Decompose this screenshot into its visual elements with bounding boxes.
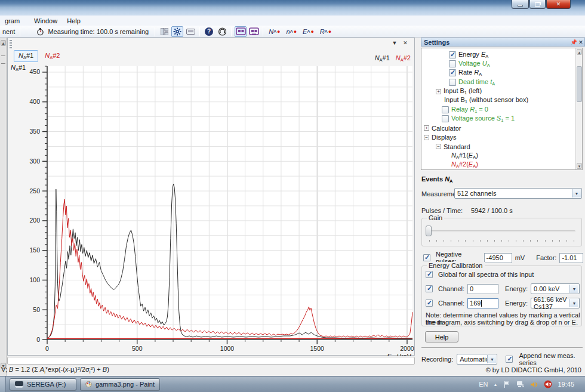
layout-grid-button[interactable] (158, 26, 170, 37)
checkbox[interactable] (449, 79, 456, 86)
negative-pulses-checkbox[interactable] (423, 254, 430, 261)
settings-panel: Settings 📌 ✕ Energy EAVoltage UARate RAD… (418, 38, 585, 376)
tree-item-calculator[interactable]: +Calculator (421, 124, 582, 132)
gain-slider-track[interactable] (428, 230, 575, 232)
muted-speaker-icon[interactable] (544, 380, 552, 388)
tree-item-na2-display[interactable]: NA#2(EA) (421, 160, 582, 169)
tree-item-voltage-source[interactable]: Voltage source S1 = 1 (421, 115, 582, 124)
append-checkbox[interactable] (506, 356, 513, 363)
tree-item-rate[interactable]: Rate RA (421, 69, 582, 78)
tree-item-standard[interactable]: −Standard (421, 142, 582, 151)
spectrum-chart[interactable]: 0501001502002503003504004500500100015002… (8, 38, 415, 356)
scroll-up-icon[interactable]: ▲ (577, 49, 582, 55)
splitter-grip[interactable] (1, 55, 5, 64)
collapse-icon[interactable]: − (424, 135, 429, 140)
settings-gear-button[interactable] (171, 26, 183, 37)
energy2-dropdown[interactable]: 661.66 keV Cs137▼ (531, 298, 580, 308)
cassy-module-1-button[interactable] (235, 26, 247, 37)
taskbar: SEREGA (F:) gamma3.png - Paint EN ▲ 19:4… (0, 376, 585, 392)
tray-expand-icon[interactable]: ▲ (494, 382, 498, 387)
channel2-checkbox[interactable] (426, 300, 433, 307)
close-button[interactable]: ✕ (546, 0, 571, 9)
language-indicator[interactable]: EN (479, 381, 488, 388)
tree-item-energy[interactable]: Energy EA (421, 50, 582, 59)
quantity-na-button[interactable]: NA● (266, 26, 282, 37)
collapse-icon[interactable]: − (436, 144, 441, 149)
display-settings-button[interactable] (184, 26, 196, 37)
checkbox[interactable] (449, 69, 456, 76)
quantity-ea-button[interactable]: EA● (300, 26, 316, 37)
comment-field-fragment[interactable]: nent (0, 28, 17, 35)
svg-text:200: 200 (29, 217, 40, 224)
settings-close-icon[interactable]: ✕ (577, 39, 584, 45)
question-icon: ? (205, 27, 213, 36)
settings-tree: Energy EAVoltage UARate RADead time tA+I… (421, 48, 583, 170)
audio-support-button[interactable] (216, 26, 228, 37)
tree-item-label: Voltage source S1 = 1 (451, 115, 515, 123)
toolbar: nent Measuring time: 100.0 s remaining ?… (0, 26, 585, 38)
tree-item-relay[interactable]: Relay R1 = 0 (421, 105, 582, 114)
help-button-toolbar[interactable]: ? (203, 26, 215, 37)
channel1-input[interactable]: 0 (467, 284, 498, 294)
clock[interactable]: 19:45 (558, 381, 574, 388)
chevron-down-icon: ▼ (572, 189, 581, 197)
checkbox[interactable] (449, 51, 456, 58)
expand-icon[interactable]: + (436, 89, 441, 94)
recording-label: Recording: (421, 356, 453, 363)
pulses-value: 5942 / 100.0 s (471, 207, 513, 214)
cassy-module-icon (249, 27, 259, 35)
cassy-module-2-button[interactable] (248, 26, 260, 37)
checkbox[interactable] (442, 115, 449, 122)
scroll-up-icon[interactable]: ▲ (1, 40, 6, 46)
pin-icon[interactable]: 📌 (570, 39, 577, 45)
copyright-text: © by LD DIDACTIC GmbH, 2010 (486, 366, 581, 374)
menu-item-window[interactable]: Window (29, 17, 62, 24)
minimize-button[interactable] (512, 0, 529, 9)
negative-pulses-input[interactable]: -4950 (484, 253, 512, 263)
menu-bar: gram Window Help (0, 16, 585, 26)
factor-input[interactable]: -1.01 (559, 253, 583, 263)
volume-mixer-icon[interactable] (530, 380, 538, 388)
energy1-dropdown[interactable]: 0.00 keV▼ (531, 283, 580, 294)
gain-slider-thumb[interactable] (426, 226, 432, 236)
checkbox[interactable] (442, 106, 449, 113)
scrollbar-thumb[interactable] (577, 66, 582, 102)
settings-header: Settings 📌 ✕ (421, 38, 585, 47)
toolbar-separator (155, 27, 155, 36)
gain-group: Gain (421, 218, 582, 246)
window-titlebar: ✕ (0, 0, 585, 16)
tree-item-displays[interactable]: −Displays (421, 133, 582, 142)
scroll-down-icon[interactable]: ▼ (577, 163, 582, 169)
tree-item-voltage[interactable]: Voltage UA (421, 59, 582, 68)
network-icon[interactable] (516, 380, 525, 388)
checkbox[interactable] (449, 60, 456, 67)
tree-item-input-b1-left[interactable]: +Input B1 (left) (421, 87, 582, 96)
help-button[interactable]: Help (425, 331, 458, 342)
svg-text:0: 0 (36, 336, 40, 343)
menu-item-help[interactable]: Help (62, 17, 85, 24)
status-field (7, 357, 415, 365)
quantity-na2-button[interactable]: nA● (284, 26, 300, 37)
quantity-ra-button[interactable]: RA● (318, 26, 334, 37)
tree-item-input-b1-nosensor[interactable]: Input B1 (without sensor box) (421, 96, 582, 105)
recording-dropdown[interactable]: Automatic▼ (457, 354, 497, 365)
taskbar-item-label: gamma3.png - Paint (96, 381, 155, 388)
tree-item-label: Input B1 (without sensor box) (444, 96, 528, 104)
layout-grid-icon (161, 28, 168, 35)
toolbar-separator (231, 27, 232, 36)
menu-item-diagram[interactable]: gram (0, 17, 24, 24)
expand-icon[interactable]: + (424, 125, 429, 131)
global-calibration-checkbox[interactable] (426, 271, 433, 278)
measurement-dropdown[interactable]: 512 channels ▼ (454, 188, 582, 199)
channel2-input[interactable]: 169 (467, 298, 498, 308)
restore-button[interactable] (529, 0, 546, 9)
channel1-checkbox[interactable] (426, 285, 433, 292)
tree-item-dead-time[interactable]: Dead time tA (421, 78, 582, 87)
taskbar-item-serega[interactable]: SEREGA (F:) (10, 378, 76, 391)
tree-item-na1-display[interactable]: NA#1(EA) (421, 151, 582, 160)
tree-item-label: Voltage UA (458, 60, 490, 68)
tree-scrollbar[interactable]: ▲ ▼ (575, 48, 582, 169)
taskbar-item-paint[interactable]: gamma3.png - Paint (80, 378, 160, 391)
action-center-flag-icon[interactable] (503, 380, 511, 388)
tree-item-label: NA#2(EA) (451, 160, 478, 169)
